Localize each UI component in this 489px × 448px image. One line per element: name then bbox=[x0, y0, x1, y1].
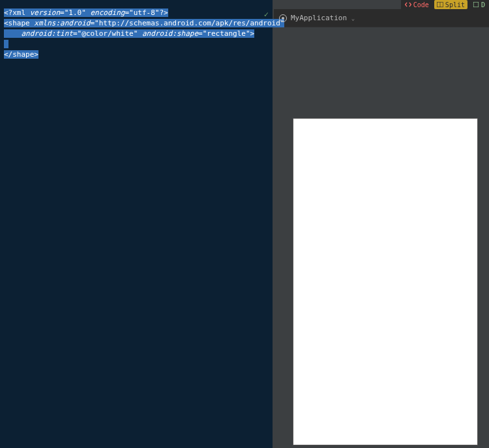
design-icon bbox=[473, 1, 479, 8]
tab-design[interactable]: D bbox=[470, 0, 488, 9]
svg-rect-2 bbox=[473, 2, 479, 7]
view-mode-tabs: Code Split D bbox=[401, 0, 489, 9]
code-line[interactable] bbox=[4, 39, 270, 50]
tab-split-label: Split bbox=[445, 1, 465, 8]
target-icon[interactable] bbox=[279, 14, 287, 22]
tab-code[interactable]: Code bbox=[402, 0, 432, 9]
root: Code Split D ✓ <?xml version="1.0" encod… bbox=[0, 0, 489, 448]
preview-canvas[interactable] bbox=[274, 27, 489, 448]
code-editor-pane[interactable]: ✓ <?xml version="1.0" encoding="utf-8"?>… bbox=[0, 0, 273, 448]
preview-config-dropdown[interactable]: MyApplication ⌄ bbox=[291, 14, 355, 22]
split-icon bbox=[437, 1, 443, 8]
code-area[interactable]: <?xml version="1.0" encoding="utf-8"?> <… bbox=[4, 8, 270, 60]
chevron-down-icon: ⌄ bbox=[351, 15, 355, 22]
code-line[interactable]: <shape xmlns:android="http://schemas.and… bbox=[4, 18, 270, 29]
tab-split[interactable]: Split bbox=[434, 0, 467, 9]
preview-pane: MyApplication ⌄ bbox=[274, 0, 489, 448]
code-icon bbox=[405, 1, 411, 8]
code-line[interactable]: <?xml version="1.0" encoding="utf-8"?> bbox=[4, 8, 270, 18]
code-line[interactable]: android:tint="@color/white" android:shap… bbox=[4, 29, 270, 39]
code-line[interactable]: </shape> bbox=[4, 50, 270, 60]
tab-design-label: D bbox=[481, 1, 485, 8]
preview-app-name: MyApplication bbox=[291, 14, 347, 22]
device-preview[interactable] bbox=[293, 119, 477, 445]
preview-header: MyApplication ⌄ bbox=[274, 9, 489, 27]
tab-code-label: Code bbox=[413, 1, 429, 8]
